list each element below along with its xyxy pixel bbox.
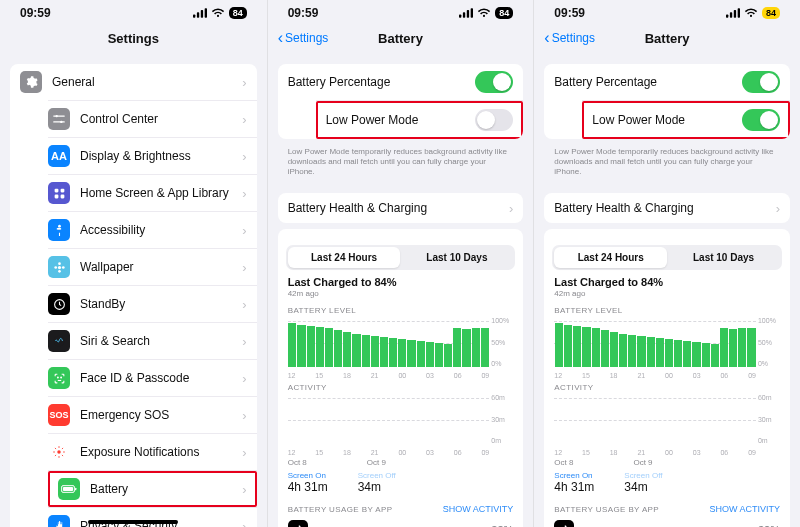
- home-indicator[interactable]: [88, 520, 178, 524]
- back-button[interactable]: ‹Settings: [544, 29, 595, 47]
- nav-bar: Settings: [0, 22, 267, 54]
- app-usage-row[interactable]: 32%: [286, 514, 516, 527]
- nav-bar: ‹Settings Battery: [534, 22, 800, 54]
- screen-time-stats: Screen On 4h 31m Screen Off 34m: [286, 467, 516, 496]
- svg-rect-1: [197, 12, 199, 17]
- svg-line-30: [62, 448, 63, 449]
- svg-rect-8: [54, 188, 58, 192]
- toggle-low-power-mode[interactable]: [742, 109, 780, 131]
- svg-rect-3: [204, 8, 206, 17]
- show-activity-link[interactable]: SHOW ACTIVITY: [443, 504, 514, 514]
- row-low-power-mode[interactable]: Low Power Mode: [316, 100, 524, 139]
- chevron-right-icon: ›: [242, 371, 246, 386]
- svg-rect-5: [53, 116, 65, 117]
- settings-row-privacy-security[interactable]: Privacy & Security ›: [48, 507, 257, 527]
- row-battery-health[interactable]: Battery Health & Charging ›: [278, 193, 524, 223]
- usage-card: Last 24 Hours Last 10 Days Last Charged …: [278, 229, 524, 527]
- screen-time-stats: Screen On 4h 31m Screen Off 34m: [552, 467, 782, 496]
- seg-last-10d[interactable]: Last 10 Days: [400, 247, 513, 268]
- battery-scroll[interactable]: Battery Percentage Low Power Mode Low Po…: [534, 54, 800, 527]
- last-charged-title: Last Charged to 84%: [286, 276, 516, 288]
- row-label: Home Screen & App Library: [80, 186, 242, 200]
- activity-label: ACTIVITY: [286, 379, 516, 394]
- svg-point-16: [54, 266, 57, 269]
- date-label-2: Oct 9: [633, 458, 652, 467]
- toggle-battery-percentage[interactable]: [742, 71, 780, 93]
- show-activity-link[interactable]: SHOW ACTIVITY: [709, 504, 780, 514]
- app-usage-row[interactable]: 32%: [552, 514, 782, 527]
- settings-row-display-brightness[interactable]: AA Display & Brightness ›: [48, 137, 257, 174]
- seg-last-10d[interactable]: Last 10 Days: [667, 247, 780, 268]
- low-power-description: Low Power Mode temporarily reduces backg…: [544, 145, 790, 183]
- last-charged-title: Last Charged to 84%: [552, 276, 782, 288]
- seg-last-24h[interactable]: Last 24 Hours: [288, 247, 401, 268]
- settings-row-exposure-notifications[interactable]: Exposure Notifications ›: [48, 433, 257, 470]
- chevron-right-icon: ›: [509, 201, 513, 216]
- settings-row-emergency-sos[interactable]: SOS Emergency SOS ›: [48, 396, 257, 433]
- svg-rect-44: [726, 15, 728, 18]
- settings-row-home-screen-app-library[interactable]: Home Screen & App Library ›: [48, 174, 257, 211]
- activity-label: ACTIVITY: [552, 379, 782, 394]
- svg-point-20: [57, 376, 58, 377]
- toggle-group: Battery Percentage Low Power Mode: [544, 64, 790, 139]
- time-range-segment[interactable]: Last 24 Hours Last 10 Days: [552, 245, 782, 270]
- battery-level-label: BATTERY LEVEL: [552, 302, 782, 317]
- settings-row-wallpaper[interactable]: Wallpaper ›: [48, 248, 257, 285]
- settings-row-general[interactable]: General ›: [10, 64, 257, 100]
- health-group: Battery Health & Charging ›: [544, 193, 790, 223]
- row-label: Face ID & Passcode: [80, 371, 242, 385]
- settings-row-siri-search[interactable]: Siri & Search ›: [48, 322, 257, 359]
- svg-rect-41: [463, 12, 465, 17]
- chevron-right-icon: ›: [242, 75, 246, 90]
- highlight-box: Low Power Mode: [316, 101, 524, 139]
- svg-rect-45: [730, 12, 732, 17]
- time-range-segment[interactable]: Last 24 Hours Last 10 Days: [286, 245, 516, 270]
- hand-icon: [48, 515, 70, 527]
- seg-last-24h[interactable]: Last 24 Hours: [554, 247, 667, 268]
- svg-rect-11: [60, 194, 64, 198]
- chevron-right-icon: ›: [242, 297, 246, 312]
- settings-row-control-center[interactable]: Control Center ›: [48, 100, 257, 137]
- svg-rect-42: [467, 10, 469, 18]
- chevron-right-icon: ›: [242, 149, 246, 164]
- wifi-icon: [744, 6, 758, 20]
- settings-row-accessibility[interactable]: Accessibility ›: [48, 211, 257, 248]
- text-aa-icon: AA: [48, 145, 70, 167]
- row-label: StandBy: [80, 297, 242, 311]
- row-label: Battery Health & Charging: [288, 201, 509, 215]
- row-low-power-mode[interactable]: Low Power Mode: [582, 100, 790, 139]
- row-label: General: [52, 75, 242, 89]
- row-battery-percentage[interactable]: Battery Percentage: [544, 64, 790, 100]
- stat-label: Screen Off: [624, 471, 662, 480]
- svg-point-22: [57, 450, 61, 454]
- row-label: Battery Health & Charging: [554, 201, 775, 215]
- toggle-battery-percentage[interactable]: [475, 71, 513, 93]
- svg-point-14: [58, 262, 61, 265]
- svg-line-29: [55, 455, 56, 456]
- status-icons: 84: [726, 6, 780, 20]
- highlight-box: Battery ›: [48, 471, 257, 507]
- signal-icon: [726, 6, 740, 20]
- status-bar: 09:59 84: [534, 0, 800, 22]
- battery-scroll[interactable]: Battery Percentage Low Power Mode Low Po…: [268, 54, 534, 527]
- back-button[interactable]: ‹Settings: [278, 29, 329, 47]
- svg-rect-0: [193, 15, 195, 18]
- row-battery-percentage[interactable]: Battery Percentage: [278, 64, 524, 100]
- sos-icon: SOS: [48, 404, 70, 426]
- flower-icon: [48, 256, 70, 278]
- last-charged-sub: 42m ago: [552, 288, 782, 302]
- battery-icon: [58, 478, 80, 500]
- settings-row-face-id-passcode[interactable]: Face ID & Passcode ›: [48, 359, 257, 396]
- row-battery-health[interactable]: Battery Health & Charging ›: [544, 193, 790, 223]
- battery-indicator: 84: [762, 7, 780, 19]
- date-label-1: Oct 8: [554, 458, 573, 467]
- settings-row-standby[interactable]: StandBy ›: [48, 285, 257, 322]
- settings-list[interactable]: General › Control Center ›AA Display & B…: [0, 54, 267, 527]
- chevron-right-icon: ›: [776, 201, 780, 216]
- page-title: Settings: [0, 31, 267, 46]
- wifi-icon: [211, 6, 225, 20]
- status-icons: 84: [459, 6, 513, 20]
- status-icons: 84: [193, 6, 247, 20]
- settings-row-battery[interactable]: Battery ›: [48, 470, 257, 507]
- toggle-low-power-mode[interactable]: [475, 109, 513, 131]
